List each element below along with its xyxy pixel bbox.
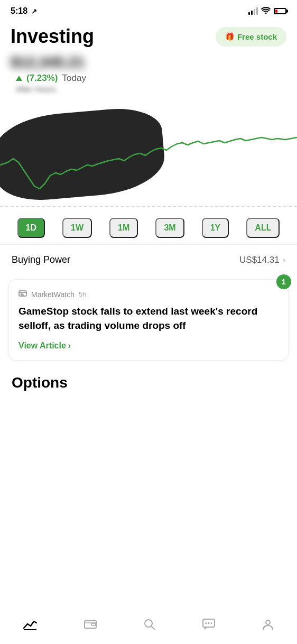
free-stock-label: Free stock	[237, 32, 277, 41]
tab-3m[interactable]: 3M	[155, 218, 184, 238]
search-icon	[144, 619, 155, 633]
portfolio-value: $12,345.21	[11, 54, 85, 71]
svg-point-11	[205, 622, 207, 624]
wallet-icon	[84, 619, 97, 633]
profile-icon	[262, 619, 274, 633]
nav-messages[interactable]	[202, 619, 215, 633]
news-source-icon	[18, 289, 27, 299]
page-title: Investing	[11, 25, 94, 48]
chevron-right-icon: ›	[68, 341, 71, 351]
nav-investing[interactable]	[23, 619, 37, 633]
nav-search[interactable]	[144, 619, 155, 633]
change-row: (7.23%) Today	[11, 73, 286, 84]
chevron-right-icon: ›	[283, 255, 285, 265]
change-pct: (7.23%)	[26, 73, 58, 84]
status-icons	[248, 7, 286, 15]
news-time: 5h	[79, 290, 86, 298]
portfolio-chart[interactable]	[0, 96, 297, 202]
status-time-area: 5:18 ↗	[11, 6, 37, 16]
chart-icon	[23, 619, 37, 633]
buying-power-row[interactable]: Buying Power US$14.31 ›	[0, 244, 297, 275]
battery-icon	[274, 8, 286, 14]
news-headline: GameStop stock falls to extend last week…	[18, 305, 279, 333]
tab-all[interactable]: ALL	[246, 218, 280, 238]
portfolio-area: $12,345.21 (7.23%) Today After Hours	[0, 54, 297, 96]
signal-icon	[248, 7, 258, 15]
news-source-row: MarketWatch 5h	[18, 289, 279, 299]
svg-rect-5	[85, 621, 96, 628]
location-icon: ↗	[31, 7, 37, 15]
nav-wallet[interactable]	[84, 619, 97, 633]
svg-point-13	[210, 622, 212, 624]
svg-line-9	[151, 627, 155, 630]
news-source-name: MarketWatch	[31, 290, 75, 299]
buying-power-label: Buying Power	[12, 254, 70, 265]
status-time: 5:18	[11, 6, 27, 15]
up-arrow-icon	[16, 76, 22, 81]
tab-1w[interactable]: 1W	[62, 218, 92, 238]
wifi-icon	[261, 7, 271, 15]
bottom-nav	[0, 612, 297, 644]
options-heading: Options	[0, 365, 297, 394]
tab-1y[interactable]: 1Y	[202, 218, 229, 238]
news-badge: 1	[276, 274, 291, 289]
time-period-tabs: 1D 1W 1M 3M 1Y ALL	[0, 211, 297, 244]
view-article-label: View Article	[18, 341, 66, 351]
view-article-button[interactable]: View Article ›	[18, 341, 71, 351]
status-bar: 5:18 ↗	[0, 0, 297, 20]
news-card: 1 MarketWatch 5h GameStop stock falls to…	[8, 279, 289, 361]
message-icon	[202, 619, 215, 633]
free-stock-button[interactable]: 🎁 Free stock	[216, 27, 286, 47]
chart-separator	[0, 206, 297, 207]
change-label: Today	[62, 73, 86, 84]
svg-point-14	[266, 620, 270, 624]
buying-power-value: US$14.31 ›	[239, 255, 285, 265]
tab-1d[interactable]: 1D	[17, 218, 45, 238]
nav-profile[interactable]	[262, 619, 274, 633]
buying-power-amount: US$14.31	[239, 255, 280, 265]
gift-icon: 🎁	[225, 32, 234, 41]
tab-1m[interactable]: 1M	[109, 218, 138, 238]
svg-point-12	[208, 622, 209, 624]
header: Investing 🎁 Free stock	[0, 20, 297, 54]
after-hours-label: After Hours	[11, 85, 286, 94]
svg-rect-6	[91, 623, 96, 625]
